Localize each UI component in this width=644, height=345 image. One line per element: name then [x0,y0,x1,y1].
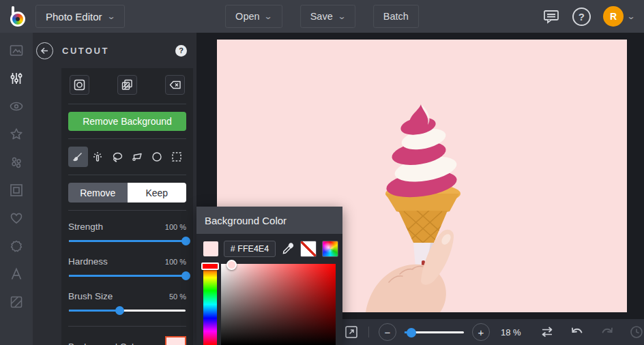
background-color-swatch[interactable]: ⌄ [165,336,186,345]
picker-area [203,264,336,345]
rectangle-select-tool-icon[interactable] [166,147,186,167]
chevron-down-icon: ⌄ [337,12,346,20]
zoom-level: 18 % [501,327,525,338]
saturation-value-box[interactable] [221,264,336,345]
befunky-logo-icon[interactable] [5,3,29,30]
eyedropper-icon[interactable] [281,242,295,256]
undo-icon[interactable] [569,325,585,339]
tool-rail [0,33,33,345]
main-area: CUTOUT ? [0,33,644,345]
slider-knob[interactable] [115,306,124,315]
panel-title: CUTOUT [62,46,109,56]
invert-cutout-icon[interactable] [117,75,137,95]
rail-overlays-heart-icon[interactable] [8,210,25,226]
panel-help-icon[interactable]: ? [175,45,187,57]
ellipse-select-tool-icon[interactable] [147,147,166,167]
brush-size-slider[interactable] [69,305,186,315]
hardness-value: 100 % [165,258,186,266]
hardness-row: Hardness 100 % [68,256,186,267]
panel-card: Remove Background [61,68,193,345]
zoom-slider[interactable] [405,327,464,337]
color-picker-title: Background Color [196,207,342,234]
lasso-tool-icon[interactable] [108,147,128,167]
hue-slider[interactable] [203,264,217,345]
selection-tools-row [68,147,186,167]
brush-tool-icon[interactable] [68,147,88,167]
account-menu[interactable]: R ⌄ [603,6,634,27]
shape-cutout-icon[interactable] [70,75,89,95]
topbar-right: ? R ⌄ [542,6,644,27]
rail-badge-icon[interactable] [8,238,25,254]
divider [68,138,186,139]
remove-background-button[interactable]: Remove Background [68,112,186,131]
app-title: Photo Editor [46,11,102,22]
help-icon[interactable]: ? [572,7,591,26]
transparent-color-swatch[interactable] [300,241,317,257]
compare-icon[interactable] [539,325,555,339]
color-picker-body [196,234,342,345]
current-color-swatch[interactable] [203,241,218,256]
feedback-chat-icon[interactable] [542,8,560,25]
slider-knob[interactable] [407,328,416,338]
color-marker[interactable] [226,260,237,270]
divider [68,210,186,211]
rainbow-color-swatch[interactable] [322,241,338,257]
hex-color-input[interactable] [224,241,276,257]
strength-slider[interactable] [69,236,186,245]
save-button[interactable]: Save ⌄ [300,5,355,28]
zoom-in-icon[interactable]: + [472,323,490,341]
rail-adjustments-icon[interactable] [8,70,25,87]
mode-keep-button[interactable]: Keep [128,183,187,202]
avatar: R [603,6,624,27]
divider [68,175,186,175]
rail-graphics-icon[interactable] [8,154,25,170]
rail-textures-icon[interactable] [8,294,25,310]
back-button[interactable] [36,42,53,59]
batch-button[interactable]: Batch [373,5,419,28]
divider [68,326,186,327]
top-bar: Photo Editor ⌄ Open ⌄ Save ⌄ Batch [0,0,644,33]
rail-frames-icon[interactable] [8,182,25,198]
photo-editor-app: Photo Editor ⌄ Open ⌄ Save ⌄ Batch [0,0,644,345]
strength-value: 100 % [165,223,186,231]
app-switcher-button[interactable]: Photo Editor ⌄ [35,5,125,28]
color-input-row [203,241,336,257]
magic-wand-tool-icon[interactable] [88,147,108,167]
panel-header: CUTOUT ? [33,33,196,68]
history-clock-icon[interactable] [629,325,644,340]
rail-artsy-star-icon[interactable] [8,126,25,142]
brush-size-label: Brush Size [68,291,113,301]
divider [68,104,186,104]
strength-row: Strength 100 % [68,222,186,232]
hue-marker[interactable] [201,262,219,270]
topbar-actions: Open ⌄ Save ⌄ Batch [225,5,419,28]
strength-label: Strength [68,222,103,232]
cutout-shape-row [68,74,186,96]
fit-screen-icon[interactable] [344,325,359,340]
brush-size-value: 50 % [169,292,186,301]
rail-effects-eye-icon[interactable] [8,98,25,115]
zoom-out-icon[interactable]: − [379,323,396,341]
rail-text-icon[interactable] [8,266,25,282]
mode-segmented-control: Remove Keep [68,183,186,202]
polygon-lasso-tool-icon[interactable] [127,147,147,167]
hardness-label: Hardness [68,256,108,267]
background-color-picker: Background Color [196,207,342,345]
slider-knob[interactable] [181,271,190,280]
divider [368,327,369,338]
cutout-panel: CUTOUT ? [33,33,196,345]
slider-knob[interactable] [181,237,190,245]
background-color-label: Background Color [68,342,142,345]
brush-size-row: Brush Size 50 % [68,291,186,301]
rail-photo-icon[interactable] [8,42,25,59]
erase-cutout-icon[interactable] [165,75,185,95]
chevron-down-icon: ⌄ [264,12,273,20]
hardness-slider[interactable] [69,271,186,280]
mode-remove-button[interactable]: Remove [68,183,128,202]
background-color-row: Background Color ⌄ [68,336,186,345]
chevron-down-icon: ⌄ [626,12,635,20]
chevron-down-icon: ⌄ [106,12,115,20]
open-button[interactable]: Open ⌄ [225,5,282,28]
redo-icon[interactable] [599,325,615,339]
